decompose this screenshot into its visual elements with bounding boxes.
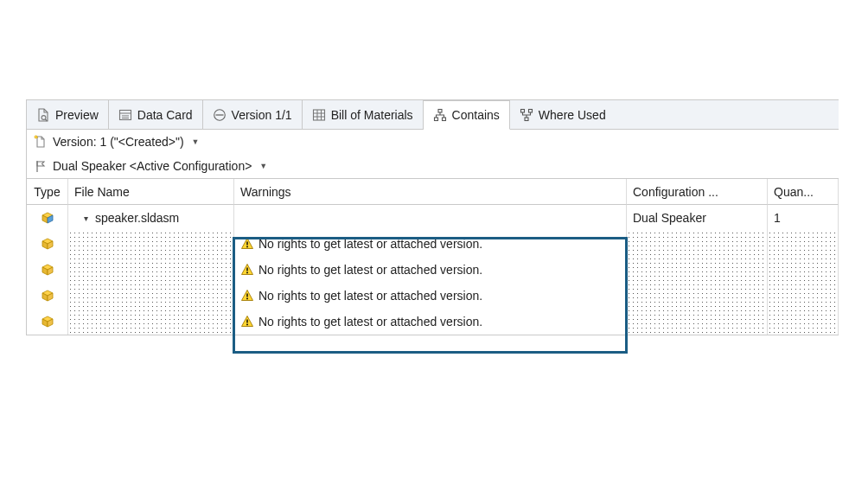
tab-contains[interactable]: Contains <box>424 100 510 130</box>
filename-cell: ▾ speaker.sldasm <box>68 205 234 231</box>
type-cell <box>27 283 68 309</box>
tab-datacard[interactable]: Data Card <box>109 100 203 129</box>
svg-point-24 <box>246 271 248 273</box>
assembly-icon <box>40 210 55 226</box>
col-file[interactable]: File Name <box>68 179 234 205</box>
tab-preview[interactable]: Preview <box>27 100 109 129</box>
tab-label: Preview <box>55 108 99 122</box>
config-selector[interactable]: Dual Speaker <Active Configuration> ▼ <box>27 154 839 178</box>
grid-row[interactable]: No rights to get latest or attached vers… <box>27 283 839 309</box>
warn-cell <box>234 205 627 231</box>
type-cell <box>27 205 68 231</box>
grid-row[interactable]: No rights to get latest or attached vers… <box>27 309 839 335</box>
part-icon <box>40 314 55 329</box>
warn-text: No rights to get latest or attached vers… <box>258 289 482 303</box>
warn-cell: No rights to get latest or attached vers… <box>234 257 627 283</box>
svg-point-22 <box>246 246 248 247</box>
preview-icon <box>36 108 50 122</box>
type-cell <box>27 231 68 257</box>
tab-label: Where Used <box>539 108 606 122</box>
col-cfg[interactable]: Configuration ... <box>627 179 768 205</box>
cfg-cell <box>627 309 768 335</box>
tab-whereused[interactable]: Where Used <box>510 100 616 129</box>
config-flag-icon <box>34 159 48 173</box>
tab-label: Bill of Materials <box>331 108 413 122</box>
svg-point-28 <box>246 323 248 325</box>
bom-icon <box>312 108 326 122</box>
warning-icon <box>240 237 254 251</box>
warn-text: No rights to get latest or attached vers… <box>258 263 482 277</box>
warn-cell: No rights to get latest or attached vers… <box>234 283 627 309</box>
col-type[interactable]: Type <box>27 179 68 205</box>
config-selector-label: Dual Speaker <Active Configuration> <box>53 159 252 173</box>
cfg-cell <box>627 283 768 309</box>
filename-text: speaker.sldasm <box>95 211 179 225</box>
svg-rect-17 <box>528 109 532 112</box>
tree-caret-icon[interactable]: ▾ <box>84 214 88 223</box>
tab-label: Version 1/1 <box>232 108 292 122</box>
cfg-cell <box>627 257 768 283</box>
svg-rect-18 <box>525 118 528 121</box>
grid-row[interactable]: ▾ speaker.sldasm Dual Speaker 1 <box>27 205 839 231</box>
col-qty[interactable]: Quan... <box>768 179 839 205</box>
qty-cell <box>768 309 839 335</box>
warning-icon <box>240 263 254 277</box>
warn-text: No rights to get latest or attached vers… <box>258 237 482 251</box>
chevron-down-icon: ▼ <box>192 137 200 146</box>
svg-point-26 <box>246 297 248 299</box>
warn-cell: No rights to get latest or attached vers… <box>234 309 627 335</box>
tab-label: Data Card <box>137 108 193 122</box>
version-selector-label: Version: 1 ("<Created>") <box>53 135 184 149</box>
svg-rect-13 <box>438 110 442 113</box>
contains-panel: Preview Data Card Version 1/1 <box>26 99 839 335</box>
filename-cell <box>68 257 234 283</box>
grid-row[interactable]: No rights to get latest or attached vers… <box>27 231 839 257</box>
qty-cell <box>768 257 839 283</box>
tab-version[interactable]: Version 1/1 <box>203 100 303 129</box>
svg-point-19 <box>35 136 37 138</box>
svg-point-0 <box>41 115 46 119</box>
qty-cell: 1 <box>768 205 839 231</box>
warn-cell: No rights to get latest or attached vers… <box>234 231 627 257</box>
whereused-icon <box>520 108 533 122</box>
qty-cell <box>768 283 839 309</box>
type-cell <box>27 257 68 283</box>
version-icon <box>213 108 227 122</box>
new-file-icon <box>34 135 48 149</box>
part-icon <box>40 236 55 252</box>
warn-text: No rights to get latest or attached vers… <box>258 315 482 329</box>
type-cell <box>27 309 68 335</box>
svg-rect-15 <box>442 118 445 121</box>
warning-icon <box>240 289 254 303</box>
filename-cell <box>68 231 234 257</box>
qty-cell <box>768 231 839 257</box>
contains-icon <box>433 108 447 122</box>
svg-rect-14 <box>434 118 437 121</box>
cfg-cell <box>627 231 768 257</box>
part-icon <box>40 262 55 278</box>
grid-header: Type File Name Warnings Configuration ..… <box>27 179 839 205</box>
cfg-cell: Dual Speaker <box>627 205 768 231</box>
chevron-down-icon: ▼ <box>259 162 267 170</box>
version-selector[interactable]: Version: 1 ("<Created>") ▼ <box>27 130 839 154</box>
datacard-icon <box>118 108 132 122</box>
svg-rect-16 <box>520 109 524 112</box>
col-warn[interactable]: Warnings <box>234 179 627 205</box>
contains-grid: Type File Name Warnings Configuration ..… <box>27 178 839 335</box>
tab-bar: Preview Data Card Version 1/1 <box>27 100 839 130</box>
part-icon <box>40 288 55 303</box>
warning-icon <box>240 315 254 329</box>
filename-cell <box>68 309 234 335</box>
grid-row[interactable]: No rights to get latest or attached vers… <box>27 257 839 283</box>
filename-cell <box>68 283 234 309</box>
tab-bom[interactable]: Bill of Materials <box>303 100 424 129</box>
svg-rect-8 <box>313 110 324 120</box>
tab-label: Contains <box>452 108 500 122</box>
